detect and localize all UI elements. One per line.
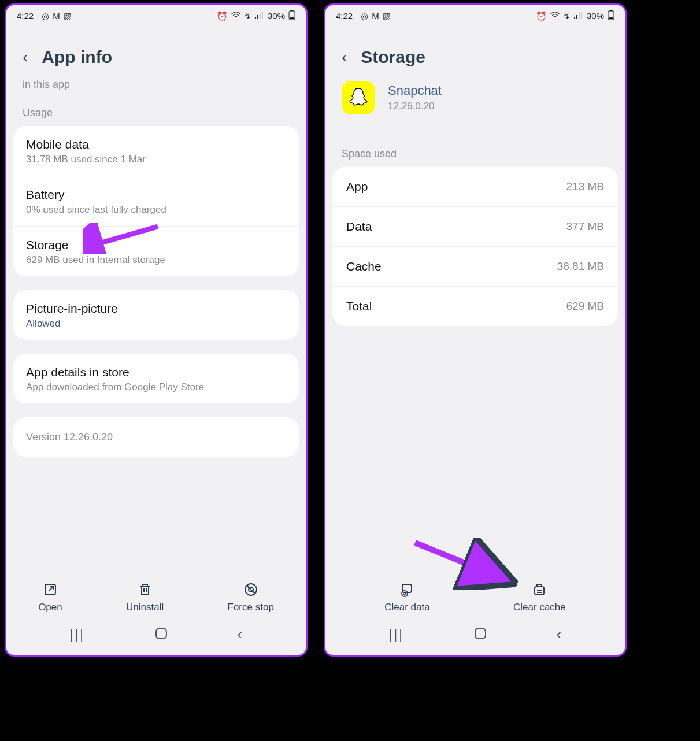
action-label: Clear data	[384, 602, 429, 613]
nav-back-icon[interactable]: ‹	[237, 625, 242, 643]
svg-rect-12	[156, 628, 166, 639]
row-data[interactable]: Data 377 MB	[332, 207, 618, 247]
kv-val: 213 MB	[566, 180, 604, 193]
phone-left: 4:22 ◎ M ▧ ⏰ ↯ 30% ‹ App info in this ap…	[5, 3, 308, 657]
kv-val: 629 MB	[566, 300, 604, 313]
row-title: Battery	[26, 188, 286, 202]
svg-point-21	[402, 591, 408, 596]
status-time: 4:22	[17, 11, 34, 21]
row-title: Storage	[26, 238, 286, 252]
nav-home-icon[interactable]	[154, 627, 168, 643]
phone-right: 4:22 ◎ M ▧ ⏰ ↯ 30% ‹ Storage	[324, 3, 627, 657]
row-sub: App downloaded from Google Play Store	[26, 381, 286, 393]
row-title: Picture-in-picture	[26, 302, 286, 316]
kv-val: 377 MB	[566, 220, 604, 233]
action-label: Force stop	[228, 602, 274, 613]
volte-icon: ↯	[563, 11, 571, 21]
kv-key: Cache	[346, 260, 382, 273]
page-title: Storage	[361, 47, 425, 67]
volte-icon: ↯	[244, 11, 251, 21]
svg-rect-3	[262, 12, 263, 19]
uninstall-button[interactable]: Uninstall	[126, 582, 164, 613]
row-storage[interactable]: Storage 629 MB used in Internal storage	[13, 227, 299, 276]
status-bar: 4:22 ◎ M ▧ ⏰ ↯ 30%	[6, 5, 306, 24]
snapchat-icon	[342, 81, 375, 114]
row-app[interactable]: App 213 MB	[332, 167, 618, 207]
battery-percent: 30%	[268, 11, 285, 21]
gmail-icon: M	[372, 11, 379, 21]
nav-home-icon[interactable]	[473, 627, 487, 643]
gmail-icon: M	[53, 11, 60, 21]
battery-icon	[608, 10, 614, 22]
section-space-used: Space used	[325, 138, 625, 167]
store-card: App details in store App downloaded from…	[13, 354, 299, 403]
row-store[interactable]: App details in store App downloaded from…	[13, 354, 299, 403]
wifi-icon	[231, 11, 240, 21]
signal-icon	[574, 11, 583, 21]
clear-cache-button[interactable]: Clear cache	[513, 582, 566, 613]
svg-rect-2	[260, 13, 261, 19]
row-title: Mobile data	[26, 138, 286, 151]
row-pip[interactable]: Picture-in-picture Allowed	[13, 290, 299, 340]
app-version: 12.26.0.20	[388, 101, 442, 112]
row-mobile-data[interactable]: Mobile data 31.78 MB used since 1 Mar	[13, 126, 299, 176]
svg-rect-0	[255, 17, 256, 19]
svg-rect-1	[257, 15, 258, 19]
svg-rect-6	[290, 17, 294, 19]
version-card: Version 12.26.0.20	[13, 417, 299, 457]
alarm-icon: ⏰	[536, 11, 547, 21]
force-stop-button[interactable]: Force stop	[228, 582, 274, 613]
open-button[interactable]: Open	[38, 582, 62, 613]
row-cache[interactable]: Cache 38.81 MB	[332, 247, 618, 287]
section-usage: Usage	[6, 97, 306, 126]
page-title: App info	[42, 47, 112, 67]
pip-card: Picture-in-picture Allowed	[13, 290, 299, 340]
svg-rect-14	[576, 15, 577, 19]
app-header: Snapchat 12.26.0.20	[325, 81, 625, 138]
status-bar: 4:22 ◎ M ▧ ⏰ ↯ 30%	[325, 5, 625, 24]
kv-val: 38.81 MB	[557, 260, 604, 273]
nav-bar: ||| ‹	[6, 620, 306, 649]
clear-data-button[interactable]: Clear data	[384, 582, 429, 613]
gallery-icon: ▧	[383, 11, 391, 21]
svg-rect-19	[609, 17, 613, 19]
signal-icon	[255, 11, 264, 21]
cutoff-text: in this app	[6, 79, 306, 97]
row-sub: 0% used since last fully charged	[26, 204, 286, 216]
instagram-icon: ◎	[361, 11, 368, 21]
status-time: 4:22	[336, 11, 353, 21]
alarm-icon: ⏰	[217, 11, 228, 21]
action-label: Uninstall	[126, 602, 164, 613]
kv-key: Data	[346, 220, 372, 234]
svg-line-23	[415, 543, 506, 580]
kv-key: Total	[346, 299, 372, 313]
action-label: Clear cache	[513, 602, 566, 613]
row-battery[interactable]: Battery 0% used since last fully charged	[13, 176, 299, 227]
svg-rect-13	[574, 17, 575, 19]
usage-card: Mobile data 31.78 MB used since 1 Mar Ba…	[13, 126, 299, 276]
space-card: App 213 MB Data 377 MB Cache 38.81 MB To…	[332, 167, 618, 326]
back-button[interactable]: ‹	[342, 48, 347, 66]
row-title: App details in store	[26, 365, 286, 379]
kv-key: App	[346, 180, 368, 194]
app-name: Snapchat	[388, 83, 442, 98]
instagram-icon: ◎	[42, 11, 49, 21]
battery-icon	[288, 10, 295, 22]
action-bar: Open Uninstall Force stop	[6, 574, 306, 621]
nav-recents-icon[interactable]: |||	[70, 627, 85, 642]
row-sub: Allowed	[26, 318, 286, 329]
action-label: Open	[38, 602, 62, 613]
gallery-icon: ▧	[64, 11, 72, 21]
action-bar: Clear data Clear cache	[325, 574, 625, 621]
svg-rect-16	[581, 12, 582, 19]
row-total[interactable]: Total 629 MB	[332, 287, 618, 326]
back-button[interactable]: ‹	[23, 48, 28, 66]
nav-back-icon[interactable]: ‹	[556, 625, 561, 643]
row-sub: 629 MB used in Internal storage	[26, 254, 286, 266]
wifi-icon	[550, 11, 560, 21]
battery-percent: 30%	[587, 11, 604, 21]
nav-recents-icon[interactable]: |||	[389, 627, 404, 642]
nav-bar: ||| ‹	[325, 620, 625, 649]
svg-rect-24	[475, 628, 486, 639]
svg-rect-15	[579, 13, 580, 19]
